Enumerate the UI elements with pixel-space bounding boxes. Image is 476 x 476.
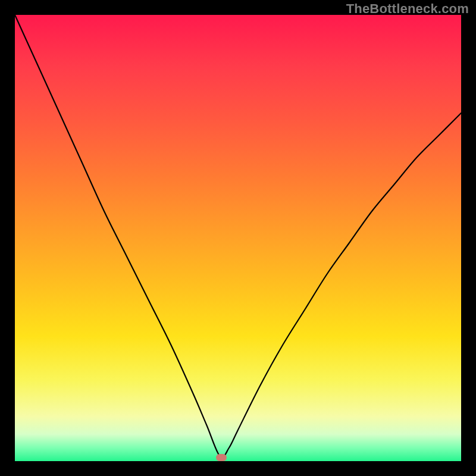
plot-area	[15, 15, 461, 461]
bottleneck-curve	[15, 15, 461, 461]
optimal-point-marker	[216, 454, 227, 461]
chart-frame: TheBottleneck.com	[0, 0, 476, 476]
